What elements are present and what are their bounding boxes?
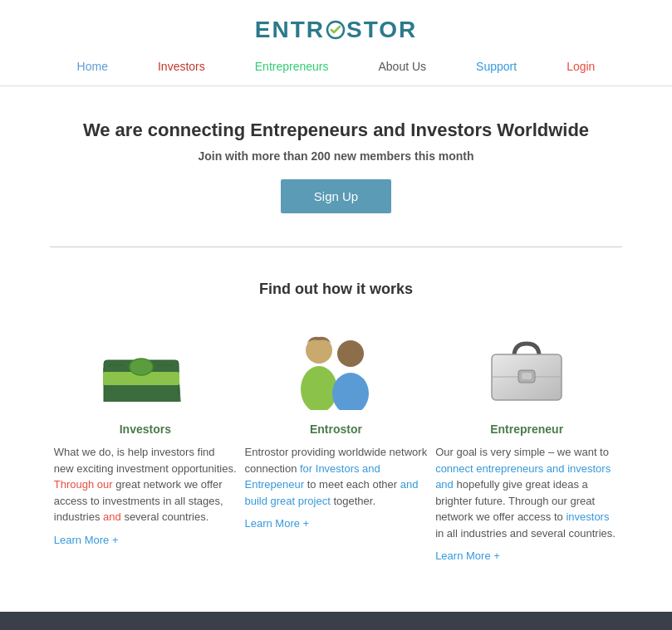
hero-section: We are connecting Entrepeneurs and Inves… (0, 86, 672, 238)
entrepreneur-learn-more[interactable]: Learn More + (435, 549, 618, 562)
svg-rect-15 (522, 373, 532, 379)
signup-button[interactable]: Sign Up (281, 179, 391, 213)
footer: News and events Here News Container Late… (0, 612, 672, 630)
card-investors: Investors What we do, is help investors … (54, 323, 237, 546)
hero-subline: Join with more than 200 new members this… (17, 149, 655, 163)
entrepreneur-highlight2: investors (566, 510, 609, 523)
card-entrepreneur-title: Entrepreneur (435, 422, 618, 436)
card-entrostor-title: Entrostor (244, 422, 427, 436)
how-title: Find out how it works (17, 281, 655, 298)
section-divider (50, 247, 622, 247)
investors-icon-container (54, 323, 237, 414)
money-stack-icon (100, 335, 191, 402)
card-entrostor-text: Entrostor providing worldwide network co… (244, 444, 427, 509)
nav-home[interactable]: Home (77, 60, 108, 73)
logo: ENTR STOR (0, 17, 672, 43)
entrostor-learn-more[interactable]: Learn More + (244, 517, 427, 530)
main-nav: Home Investors Entrepreneurs About Us Su… (0, 51, 672, 86)
how-section: Find out how it works (0, 256, 672, 579)
nav-support[interactable]: Support (476, 60, 517, 73)
svg-point-10 (337, 340, 364, 367)
logo-text-stor: STOR (346, 17, 417, 42)
card-entrepreneur-text: Our goal is very simple – we want to con… (435, 444, 618, 541)
cards-container: Investors What we do, is help investors … (17, 323, 655, 562)
svg-point-5 (130, 359, 153, 375)
logo-icon-o (325, 17, 346, 43)
header: ENTR STOR (0, 0, 672, 51)
briefcase-icon (485, 331, 568, 406)
svg-point-11 (332, 373, 369, 410)
entrostor-icon-container (244, 323, 427, 414)
nav-entrepreneurs[interactable]: Entrepreneurs (255, 60, 329, 73)
investors-learn-more[interactable]: Learn More + (54, 534, 237, 546)
nav-investors[interactable]: Investors (158, 60, 205, 73)
card-entrepreneur: Entrepreneur Our goal is very simple – w… (435, 323, 618, 562)
entrepreneur-highlight1: connect entrepreneurs and investors and (435, 462, 611, 491)
investors-highlight2: and (103, 510, 121, 523)
entrepreneur-icon-container (435, 323, 618, 414)
hero-headline: We are connecting Entrepeneurs and Inves… (17, 120, 655, 141)
nav-login[interactable]: Login (567, 60, 595, 73)
card-entrostor: Entrostor Entrostor providing worldwide … (244, 323, 427, 530)
entrostor-highlight1: for Investors and Entrepeneur (244, 462, 380, 491)
nav-aboutus[interactable]: About Us (378, 60, 426, 73)
investors-highlight: Through our (54, 478, 113, 491)
svg-point-9 (301, 366, 337, 410)
logo-text-entr: ENTR (255, 17, 325, 42)
card-investors-text: What we do, is help investors find new e… (54, 444, 237, 525)
card-investors-title: Investors (54, 422, 237, 436)
people-icon (294, 327, 377, 410)
